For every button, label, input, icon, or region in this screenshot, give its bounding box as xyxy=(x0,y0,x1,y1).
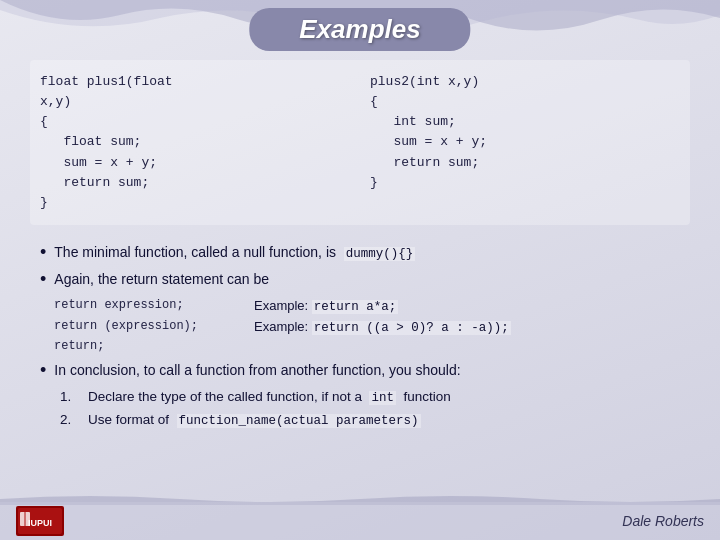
bullet-section: • The minimal function, called a null fu… xyxy=(30,241,690,431)
return-line-2: return (expression); Example: return ((a… xyxy=(54,317,690,338)
code-block-right: plus2(int x,y) { int sum; sum = x + y; r… xyxy=(370,72,680,213)
bullet-dot-3: • xyxy=(40,359,46,382)
bullet-item-3: • In conclusion, to call a function from… xyxy=(30,359,690,382)
return-lines: return expression; Example: return a*a; … xyxy=(54,296,690,356)
bullet-text-2: Again, the return statement can be xyxy=(54,268,690,290)
numbered-item-1: 1. Declare the type of the called functi… xyxy=(60,387,690,408)
logo-section: IUPUI xyxy=(16,506,64,536)
return-example-1: return a*a; xyxy=(312,300,399,314)
bullet-1-before: The minimal function, called a null func… xyxy=(54,244,336,260)
bullet-1-code: dummy(){} xyxy=(344,247,416,261)
code-block-left: float plus1(float x,y) { float sum; sum … xyxy=(40,72,350,213)
bottom-bar: IUPUI Dale Roberts xyxy=(0,502,720,540)
logo-svg: IUPUI xyxy=(16,506,64,536)
bullet-text-3: In conclusion, to call a function from a… xyxy=(54,359,690,381)
numbered-1-after: function xyxy=(403,389,450,404)
return-code-2: return (expression); xyxy=(54,317,244,335)
bullet-2-before: Again, the return statement can be xyxy=(54,271,269,287)
iupui-logo: IUPUI xyxy=(16,506,64,536)
numbered-text-1: Declare the type of the called function,… xyxy=(88,387,451,408)
return-desc-1: Example: return a*a; xyxy=(254,296,398,317)
bullet-dot-2: • xyxy=(40,268,46,291)
num-label-2: 2. xyxy=(60,410,80,431)
return-line-1: return expression; Example: return a*a; xyxy=(54,296,690,317)
bullet-item-2: • Again, the return statement can be xyxy=(30,268,690,291)
author-name: Dale Roberts xyxy=(622,513,704,529)
bullet-dot-1: • xyxy=(40,241,46,264)
numbered-list: 1. Declare the type of the called functi… xyxy=(60,387,690,432)
return-code-1: return expression; xyxy=(54,296,244,314)
bullet-text-1: The minimal function, called a null func… xyxy=(54,241,690,264)
content-area: float plus1(float x,y) { float sum; sum … xyxy=(30,60,690,500)
slide-title: Examples xyxy=(299,14,420,45)
svg-text:IUPUI: IUPUI xyxy=(28,518,52,528)
return-desc-2: Example: return ((a > 0)? a : -a)); xyxy=(254,317,511,338)
title-bar: Examples xyxy=(249,8,470,51)
numbered-1-before: Declare the type of the called function,… xyxy=(88,389,362,404)
return-code-3: return; xyxy=(54,337,244,355)
bullet-item-1: • The minimal function, called a null fu… xyxy=(30,241,690,264)
slide: Examples float plus1(float x,y) { float … xyxy=(0,0,720,540)
numbered-text-2: Use format of function_name(actual param… xyxy=(88,410,421,431)
code-boxes-row: float plus1(float x,y) { float sum; sum … xyxy=(30,60,690,225)
conclusion-text: In conclusion, to call a function from a… xyxy=(54,362,460,378)
numbered-2-before: Use format of xyxy=(88,412,169,427)
numbered-item-2: 2. Use format of function_name(actual pa… xyxy=(60,410,690,431)
num-label-1: 1. xyxy=(60,387,80,408)
return-example-2: return ((a > 0)? a : -a)); xyxy=(312,321,511,335)
return-line-3: return; xyxy=(54,337,690,355)
numbered-2-code: function_name(actual parameters) xyxy=(177,414,421,428)
numbered-1-code: int xyxy=(369,391,396,405)
